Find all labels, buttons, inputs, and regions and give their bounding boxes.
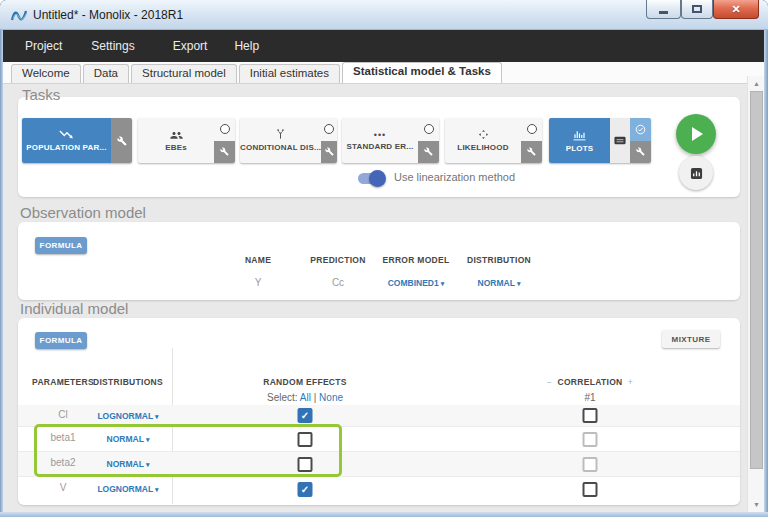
plots-selected-check[interactable] bbox=[630, 118, 651, 141]
distribution-dropdown[interactable]: NORMAL▾ bbox=[107, 434, 150, 444]
mixture-button[interactable]: MIXTURE bbox=[662, 330, 720, 348]
obs-header-error-model: ERROR MODEL bbox=[382, 255, 449, 265]
chart-export-icon bbox=[690, 167, 703, 180]
distribution-dropdown[interactable]: LOGNORMAL▾ bbox=[97, 484, 158, 494]
obs-prediction-value: Cc bbox=[332, 277, 344, 288]
panel-list-icon bbox=[614, 136, 626, 145]
vertical-scrollbar[interactable]: ▲ ▼ bbox=[747, 76, 764, 512]
tasks-heading: Tasks bbox=[22, 86, 60, 103]
run-button[interactable] bbox=[676, 114, 716, 154]
menu-settings[interactable]: Settings bbox=[91, 33, 134, 59]
task-settings-wrench[interactable] bbox=[630, 141, 651, 164]
wrench-icon bbox=[527, 147, 536, 156]
tab-welcome[interactable]: Welcome bbox=[11, 64, 81, 83]
monolix-window: Untitled* - Monolix - 2018R1 ✕ Project S… bbox=[0, 0, 768, 517]
observation-model-heading: Observation model bbox=[20, 204, 146, 221]
random-effects-select-row: Select: All | None bbox=[267, 392, 343, 403]
wrench-icon bbox=[220, 147, 229, 156]
formula-button[interactable]: FORMULA bbox=[35, 332, 87, 349]
task-settings-wrench[interactable] bbox=[418, 141, 439, 164]
select-none-link[interactable]: None bbox=[319, 392, 343, 403]
titlebar[interactable]: Untitled* - Monolix - 2018R1 ✕ bbox=[0, 0, 768, 30]
distribution-dropdown[interactable]: NORMAL▾ bbox=[107, 459, 150, 469]
scroll-up-button[interactable]: ▲ bbox=[748, 77, 765, 90]
individual-model-card: FORMULA MIXTURE PARAMETERS DISTRIBUTIONS… bbox=[18, 318, 740, 505]
tab-bar: Welcome Data Structural model Initial es… bbox=[3, 62, 765, 84]
radio-circle-icon bbox=[527, 124, 537, 134]
task-label: STANDARD ER... bbox=[346, 142, 413, 151]
task-toggle-radio[interactable] bbox=[321, 118, 337, 141]
correlation-checkbox[interactable] bbox=[583, 432, 598, 447]
tab-statistical-model-tasks[interactable]: Statistical model & Tasks bbox=[342, 62, 502, 83]
task-ebes[interactable]: EBEs bbox=[138, 118, 235, 163]
distribution-icon bbox=[275, 129, 286, 140]
menu-project[interactable]: Project bbox=[25, 33, 62, 59]
parameter-name: V bbox=[60, 482, 67, 493]
error-model-dropdown[interactable]: COMBINED1▾ bbox=[388, 278, 445, 288]
task-settings-wrench[interactable] bbox=[321, 141, 337, 164]
task-settings-wrench[interactable] bbox=[214, 141, 235, 164]
linearization-toggle[interactable] bbox=[358, 172, 385, 185]
wrench-icon bbox=[325, 147, 334, 156]
radio-circle-icon bbox=[324, 124, 334, 134]
dropdown-caret-icon: ▾ bbox=[155, 413, 159, 420]
correlation-checkbox[interactable] bbox=[583, 457, 598, 472]
task-standard-errors[interactable]: ••• STANDARD ER... bbox=[342, 118, 439, 163]
bar-chart-icon bbox=[572, 129, 587, 141]
correlation-remove-button[interactable]: − bbox=[547, 377, 552, 387]
export-plots-button[interactable] bbox=[679, 156, 713, 190]
menu-export[interactable]: Export bbox=[173, 33, 208, 59]
close-button[interactable]: ✕ bbox=[713, 0, 759, 19]
obs-distribution-dropdown[interactable]: NORMAL▾ bbox=[478, 278, 521, 288]
scrollbar-thumb[interactable] bbox=[750, 91, 763, 469]
monolix-logo-icon bbox=[11, 7, 28, 23]
correlation-add-button[interactable]: + bbox=[628, 377, 633, 387]
task-label: PLOTS bbox=[566, 144, 594, 153]
random-effect-checkbox[interactable] bbox=[298, 457, 313, 472]
maximize-button[interactable] bbox=[681, 0, 713, 19]
task-population-parameters[interactable]: POPULATION PAR... bbox=[22, 118, 132, 163]
task-toggle-radio[interactable] bbox=[214, 118, 235, 141]
plots-list-button[interactable] bbox=[610, 118, 630, 163]
parameter-name: Cl bbox=[58, 409, 67, 420]
dots-icon: ••• bbox=[374, 131, 386, 139]
correlation-checkbox[interactable] bbox=[583, 482, 598, 497]
task-label: LIKELIHOOD bbox=[457, 143, 508, 152]
random-effect-checkbox[interactable] bbox=[298, 432, 313, 447]
task-toggle-radio[interactable] bbox=[521, 118, 542, 141]
distribution-dropdown[interactable]: LOGNORMAL▾ bbox=[97, 411, 158, 421]
obs-name-value: Y bbox=[255, 277, 262, 288]
minimize-button[interactable] bbox=[646, 0, 681, 19]
tab-structural-model[interactable]: Structural model bbox=[131, 64, 237, 83]
task-plots[interactable]: PLOTS bbox=[549, 118, 651, 163]
expand-arrows-icon bbox=[478, 129, 489, 140]
observation-model-card: FORMULA NAME PREDICTION ERROR MODEL DIST… bbox=[18, 222, 740, 300]
correlation-checkbox[interactable] bbox=[583, 408, 598, 423]
window-border-left bbox=[0, 30, 3, 517]
correlation-group-label: #1 bbox=[584, 392, 595, 403]
task-settings-wrench[interactable] bbox=[111, 118, 132, 163]
random-effect-checkbox[interactable] bbox=[298, 408, 313, 423]
formula-button[interactable]: FORMULA bbox=[35, 237, 87, 254]
toggle-knob-icon bbox=[369, 170, 386, 187]
dropdown-caret-icon: ▾ bbox=[146, 461, 150, 468]
task-likelihood[interactable]: LIKELIHOOD bbox=[445, 118, 542, 163]
tab-initial-estimates[interactable]: Initial estimates bbox=[239, 64, 340, 83]
task-conditional-distribution[interactable]: CONDITIONAL DIS... bbox=[240, 118, 337, 163]
scroll-down-button[interactable]: ▼ bbox=[748, 498, 765, 511]
menubar: Project Settings Export Help bbox=[3, 30, 765, 62]
random-effect-checkbox[interactable] bbox=[298, 482, 313, 497]
distributions-header: DISTRIBUTIONS bbox=[93, 377, 163, 387]
radio-circle-icon bbox=[220, 124, 230, 134]
menu-help[interactable]: Help bbox=[234, 33, 259, 59]
maximize-icon bbox=[692, 5, 702, 13]
task-toggle-radio[interactable] bbox=[418, 118, 439, 141]
linearization-label: Use linearization method bbox=[394, 171, 515, 183]
parameter-row-cl: Cl LOGNORMAL▾ bbox=[18, 405, 740, 427]
select-all-link[interactable]: All bbox=[300, 392, 311, 403]
task-settings-wrench[interactable] bbox=[521, 141, 542, 164]
tab-data[interactable]: Data bbox=[83, 64, 129, 83]
wrench-icon bbox=[636, 147, 645, 156]
parameter-name: beta2 bbox=[50, 457, 75, 468]
trend-line-icon bbox=[59, 129, 75, 140]
